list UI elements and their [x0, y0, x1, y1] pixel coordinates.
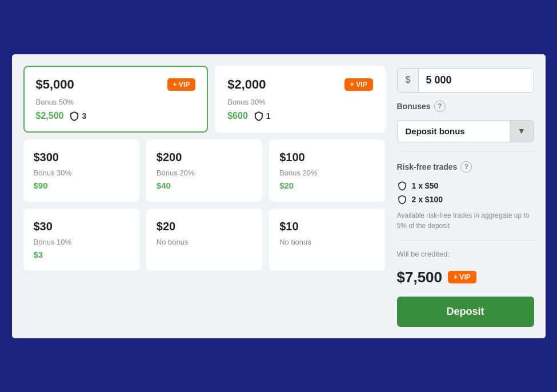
risk-free-text: Risk-free trades: [397, 162, 458, 171]
risk-item-1-text: 1 x $50: [412, 181, 439, 190]
card-30[interactable]: $30 Bonus 10% $3: [23, 209, 139, 271]
card-5000-bonus-label: Bonus 50%: [36, 98, 196, 106]
bonus-type-dropdown[interactable]: Deposit bonus ▼: [397, 120, 534, 142]
card-5000-shields: 3: [69, 111, 86, 121]
card-20-amount: $20: [157, 220, 252, 233]
bonus-type-text: Deposit bonus: [398, 121, 510, 142]
bonuses-text: Bonuses: [397, 102, 431, 111]
amount-input[interactable]: [419, 69, 533, 92]
card-100[interactable]: $100 Bonus 20% $20: [269, 139, 385, 202]
risk-note: Available risk-free trades in aggregate …: [397, 210, 534, 231]
shield-icon-risk-2: [397, 194, 407, 205]
card-2000-bonus-row: $600 1: [227, 111, 372, 121]
card-200-amount: $200: [157, 151, 252, 164]
card-10-bonus-label: No bonus: [279, 238, 375, 246]
card-2000-shield-count: 1: [266, 111, 271, 121]
divider-1: [397, 151, 534, 152]
card-300-amount: $300: [34, 151, 129, 164]
risk-free-label-row: Risk-free trades ?: [397, 161, 534, 173]
left-panel: $5,000 + VIP Bonus 50% $2,500 3: [23, 66, 386, 327]
risk-free-help-icon[interactable]: ?: [460, 161, 472, 173]
card-5000-bonus-value: $2,500: [36, 111, 64, 121]
card-10-amount: $10: [279, 220, 375, 233]
card-2000-bonus-label: Bonus 30%: [227, 98, 372, 106]
card-30-amount: $30: [34, 220, 129, 233]
divider-2: [397, 240, 534, 241]
card-2000-bonus-value: $600: [227, 111, 248, 121]
dropdown-arrow-icon: ▼: [510, 121, 534, 142]
card-20[interactable]: $20 No bonus: [146, 209, 262, 271]
card-100-bonus-label: Bonus 20%: [279, 169, 375, 177]
main-container: $5,000 + VIP Bonus 50% $2,500 3: [10, 53, 547, 340]
right-panel: $ Bonuses ? Deposit bonus ▼ Risk-free tr…: [397, 66, 534, 327]
card-5000-bonus-row: $2,500 3: [36, 111, 196, 121]
card-2000-vip: + VIP: [344, 78, 373, 91]
card-5000-header: $5,000 + VIP: [36, 77, 196, 92]
card-2000-amount: $2,000: [227, 77, 266, 92]
card-300-bonus-value: $90: [34, 181, 129, 190]
card-200[interactable]: $200 Bonus 20% $40: [146, 139, 262, 202]
risk-free-section: 1 x $50 2 x $100 Available risk-free tra…: [397, 181, 534, 231]
dollar-sign-icon: $: [398, 69, 419, 92]
risk-item-2-text: 2 x $100: [412, 195, 443, 204]
card-2000-header: $2,000 + VIP: [227, 77, 372, 92]
deposit-button[interactable]: Deposit: [397, 297, 534, 327]
risk-item-2: 2 x $100: [397, 194, 534, 205]
card-300[interactable]: $300 Bonus 30% $90: [23, 139, 139, 202]
shield-icon-risk-1: [397, 181, 407, 191]
card-5000-amount: $5,000: [36, 77, 74, 92]
card-200-bonus-label: Bonus 20%: [157, 169, 252, 177]
credit-row: $7,500 + VIP: [397, 269, 534, 286]
amount-input-group[interactable]: $: [397, 68, 534, 93]
card-5000-vip: + VIP: [167, 78, 196, 91]
bonuses-help-icon[interactable]: ?: [434, 101, 446, 112]
credit-vip-badge: + VIP: [448, 271, 476, 283]
card-300-bonus-label: Bonus 30%: [34, 169, 129, 177]
risk-item-1: 1 x $50: [397, 181, 534, 191]
card-30-bonus-label: Bonus 10%: [34, 238, 129, 246]
card-100-bonus-value: $20: [279, 181, 375, 190]
card-5000-shield-count: 3: [82, 111, 86, 121]
mid-row: $300 Bonus 30% $90 $200 Bonus 20% $40 $1…: [23, 139, 386, 202]
shield-icon-5000: [69, 111, 79, 121]
bonuses-label-row: Bonuses ?: [397, 101, 534, 112]
credit-amount: $7,500: [397, 269, 443, 286]
card-200-bonus-value: $40: [157, 181, 252, 190]
card-10[interactable]: $10 No bonus: [269, 209, 385, 271]
card-2000-shields: 1: [254, 111, 271, 121]
card-100-amount: $100: [279, 151, 375, 164]
top-row: $5,000 + VIP Bonus 50% $2,500 3: [23, 66, 386, 133]
card-2000[interactable]: $2,000 + VIP Bonus 30% $600 1: [215, 66, 385, 133]
shield-icon-2000: [254, 111, 264, 121]
credit-label: Will be credited:: [397, 250, 534, 258]
card-30-bonus-value: $3: [34, 250, 129, 259]
card-20-bonus-label: No bonus: [157, 238, 252, 246]
bottom-row: $30 Bonus 10% $3 $20 No bonus $10 No bon…: [23, 209, 386, 271]
card-5000[interactable]: $5,000 + VIP Bonus 50% $2,500 3: [23, 66, 209, 133]
